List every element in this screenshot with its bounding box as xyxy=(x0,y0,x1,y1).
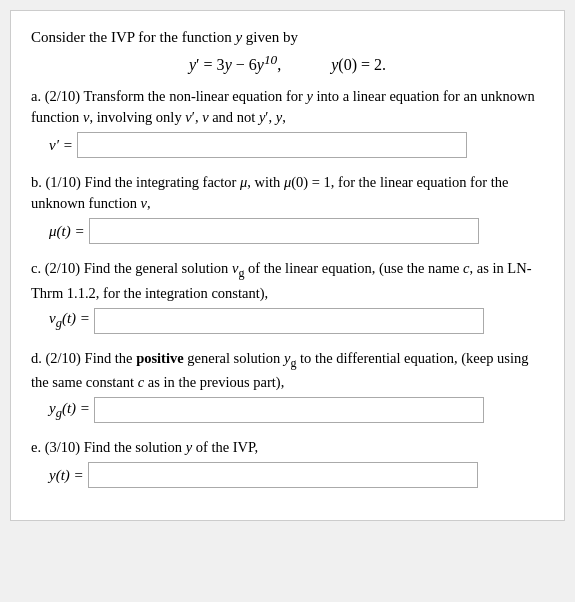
part-a-input[interactable] xyxy=(77,132,467,158)
part-e-input-row: y(t) = xyxy=(49,462,544,488)
part-a-input-label: v′ = xyxy=(49,137,73,154)
part-d-bold: positive xyxy=(136,350,184,366)
part-c-label: c. (2/10) xyxy=(31,260,80,276)
part-e-input-label: y(t) = xyxy=(49,467,84,484)
part-d-input[interactable] xyxy=(94,397,484,423)
part-a-header: a. (2/10) Transform the non-linear equat… xyxy=(31,86,544,128)
part-e-input[interactable] xyxy=(88,462,478,488)
part-b-input[interactable] xyxy=(89,218,479,244)
part-b-label: b. (1/10) xyxy=(31,174,81,190)
part-c-description: c. (2/10) Find the general solution vg o… xyxy=(31,258,544,303)
main-equation: y′ = 3y − 6y10, y(0) = 2. xyxy=(31,52,544,74)
part-d-label: d. (2/10) xyxy=(31,350,81,366)
intro-text: Consider the IVP for the function y give… xyxy=(31,29,544,46)
part-e-description: e. (3/10) Find the solution y of the IVP… xyxy=(31,437,544,458)
part-b-input-label: μ(t) = xyxy=(49,223,85,240)
part-a-label: a. (2/10) xyxy=(31,88,80,104)
part-e-label: e. (3/10) xyxy=(31,439,80,455)
part-a: a. (2/10) Transform the non-linear equat… xyxy=(31,86,544,158)
part-a-input-row: v′ = xyxy=(49,132,544,158)
part-d: d. (2/10) Find the positive general solu… xyxy=(31,348,544,423)
part-b-description: b. (1/10) Find the integrating factor μ,… xyxy=(31,172,544,214)
part-e: e. (3/10) Find the solution y of the IVP… xyxy=(31,437,544,488)
part-b: b. (1/10) Find the integrating factor μ,… xyxy=(31,172,544,244)
equation-ic: y(0) = 2. xyxy=(331,56,386,74)
part-c-input-row: vg(t) = xyxy=(49,308,544,334)
part-c: c. (2/10) Find the general solution vg o… xyxy=(31,258,544,333)
main-content: Consider the IVP for the function y give… xyxy=(10,10,565,521)
equation-lhs: y′ = 3y − 6y10, xyxy=(189,52,281,74)
part-c-input-label: vg(t) = xyxy=(49,310,90,331)
part-d-input-row: yg(t) = xyxy=(49,397,544,423)
part-d-input-label: yg(t) = xyxy=(49,400,90,421)
part-b-input-row: μ(t) = xyxy=(49,218,544,244)
part-d-description: d. (2/10) Find the positive general solu… xyxy=(31,348,544,393)
part-c-input[interactable] xyxy=(94,308,484,334)
part-a-description: a. (2/10) Transform the non-linear equat… xyxy=(31,86,544,128)
